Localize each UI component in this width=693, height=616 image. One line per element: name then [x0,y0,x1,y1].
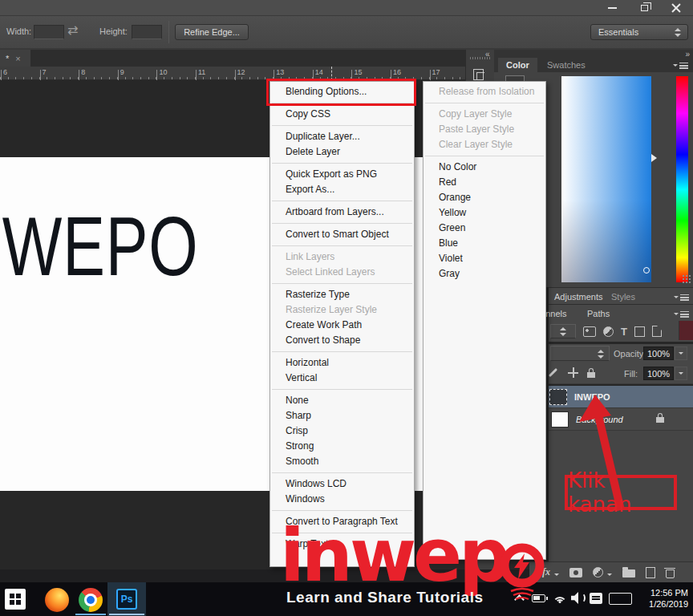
shape-filter-icon[interactable] [634,326,645,337]
lock-position-icon[interactable] [568,367,578,378]
filter-kind-dropdown[interactable] [550,324,576,338]
group-folder-icon[interactable] [622,569,635,578]
menu-item-convert-to-smart-object[interactable]: Convert to Smart Object [270,227,414,242]
close-tab-icon[interactable]: × [15,54,20,63]
menu-separator [425,156,544,156]
ruler-tick [1,70,2,80]
chrome-icon[interactable] [79,588,103,612]
delete-layer-icon[interactable] [666,569,675,578]
menu-item-sharp[interactable]: Sharp [270,408,414,424]
menu-item-delete-layer[interactable]: Delete Layer [270,144,414,160]
workspace-selector[interactable]: Essentials [590,24,688,40]
color-field-cursor[interactable] [643,267,650,274]
refine-edge-button[interactable]: Refine Edge... [175,24,249,40]
close-icon[interactable] [666,2,687,14]
opacity-label: Opacity: [614,349,646,359]
height-label: Height: [99,26,128,36]
lock-pixels-icon[interactable] [549,368,557,377]
fill-value[interactable]: 100% [643,367,674,380]
panel-menu-icon[interactable] [674,294,689,301]
swap-dimensions-icon[interactable]: ⇄ [67,22,78,38]
menu-item-orange[interactable]: Orange [424,190,545,205]
up-down-arrows-icon [675,28,682,37]
menu-item-rasterize-type[interactable]: Rasterize Type [270,287,414,302]
tab-adjustments[interactable]: Adjustments [554,288,603,305]
tab-swatches[interactable]: Swatches [539,58,594,72]
menu-item-gray[interactable]: Gray [424,266,545,282]
volume-icon[interactable] [571,592,587,604]
menu-item-copy-css[interactable]: Copy CSS [270,107,414,122]
blend-mode-dropdown[interactable] [550,346,610,361]
menu-item-select-linked-layers: Select Linked Layers [270,265,414,280]
minimize-icon[interactable] [602,2,622,14]
menu-item-export-as[interactable]: Export As... [270,182,414,197]
pixel-layer-filter-icon[interactable] [583,326,596,337]
menu-item-artboard-from-layers[interactable]: Artboard from Layers... [270,205,414,220]
saturation-brightness-field[interactable] [561,76,651,282]
ruler-number: 14 [315,68,323,76]
menu-item-violet[interactable]: Violet [424,251,545,266]
panel-resize-grip[interactable] [682,274,691,284]
menu-separator [272,510,412,511]
menu-item-none[interactable]: None [270,393,414,408]
menu-item-smooth[interactable]: Smooth [270,454,414,469]
photoshop-icon[interactable]: Ps [116,589,137,610]
dock-grip[interactable] [470,57,491,59]
document-tab[interactable]: * × [0,50,30,67]
panel-menu-icon[interactable] [674,310,689,318]
menu-item-convert-to-shape[interactable]: Convert to Shape [270,333,414,348]
width-field[interactable] [34,25,64,39]
menu-item-red[interactable]: Red [424,175,545,190]
fill-dropdown-icon[interactable] [675,367,687,380]
menu-item-link-layers: Link Layers [270,249,414,265]
notifications-icon[interactable] [590,593,602,604]
menu-item-windows[interactable]: Windows [270,492,414,507]
type-filter-icon[interactable]: T [621,326,627,338]
start-icon[interactable] [5,589,26,610]
smart-object-filter-icon[interactable] [652,326,662,337]
layer-context-menu-column2: Release from IsolationCopy Layer StylePa… [423,81,546,560]
inwepo-watermark-text: inwep [280,520,508,592]
menu-item-no-color[interactable]: No Color [424,160,545,175]
menu-item-crisp[interactable]: Crisp [270,424,414,439]
menu-item-blue[interactable]: Blue [424,236,545,251]
menu-item-quick-export-as-png[interactable]: Quick Export as PNG [270,167,414,182]
menu-item-strong[interactable]: Strong [270,439,414,454]
menu-separator [272,201,412,201]
menu-item-green[interactable]: Green [424,221,545,236]
firefox-icon[interactable] [45,588,69,612]
menu-item-duplicate-layer[interactable]: Duplicate Layer... [270,129,414,144]
adjustments-styles-tab-row: Adjustments Styles [549,287,693,304]
lock-all-icon[interactable] [587,372,595,378]
adjustment-filter-icon[interactable] [603,326,614,337]
height-field[interactable] [132,25,162,39]
ruler-tick [79,70,79,80]
menu-item-yellow[interactable]: Yellow [424,205,545,221]
new-layer-icon[interactable] [646,567,655,578]
keyboard-icon[interactable] [609,593,632,605]
opacity-dropdown-icon[interactable] [675,346,687,360]
adjustment-layer-icon[interactable] [593,567,603,578]
menu-item-horizontal[interactable]: Horizontal [270,355,414,371]
tab-paths[interactable]: Paths [587,305,610,322]
wifi-icon[interactable] [553,592,567,603]
tab-color[interactable]: Color [498,58,537,72]
menu-separator [272,245,412,246]
menu-separator [272,223,412,224]
ruler-number: 8 [81,68,85,76]
partial-swatch [679,321,693,340]
taskbar-clock[interactable]: 12:56 PM 1/26/2019 [638,587,688,610]
layer-mask-icon[interactable] [569,568,582,578]
menu-item-vertical[interactable]: Vertical [270,371,414,386]
ruler-number: 13 [276,68,284,76]
ruler-number: 10 [159,68,167,76]
panel-menu-icon[interactable] [673,62,688,69]
lock-fill-row: Fill: 100% [549,363,693,384]
collapsed-panel-icon[interactable] [473,69,484,80]
restore-icon[interactable] [634,2,654,14]
tab-styles[interactable]: Styles [611,288,635,305]
opacity-value[interactable]: 100% [643,346,674,360]
menu-item-windows-lcd[interactable]: Windows LCD [270,476,414,492]
menu-item-create-work-path[interactable]: Create Work Path [270,318,414,333]
hue-slider[interactable] [676,76,688,282]
